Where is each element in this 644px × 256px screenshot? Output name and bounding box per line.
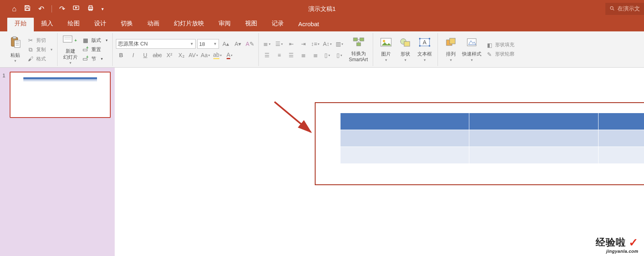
shape-outline-label: 形状轮廓	[495, 51, 514, 58]
increase-indent-icon[interactable]: ⇥	[298, 39, 309, 49]
textbox-button[interactable]: A 文本框 ▼	[415, 36, 434, 62]
title-bar: ⌂ ↶ ↷ ▾ 演示文稿1 在演示文	[0, 0, 644, 18]
redo-icon[interactable]: ↷	[59, 4, 65, 13]
copy-button[interactable]: ⧉复制▼	[27, 46, 54, 54]
tab-design[interactable]: 设计	[87, 17, 114, 31]
tab-review[interactable]: 审阅	[211, 17, 238, 31]
align-text-icon[interactable]: ▯▼	[322, 50, 333, 60]
paste-button[interactable]: 粘贴 ▼	[6, 35, 25, 64]
layout-button[interactable]: ▦版式▼	[82, 37, 109, 44]
inserted-table[interactable]	[340, 113, 644, 164]
subscript-icon[interactable]: X₂	[176, 50, 187, 60]
svg-rect-17	[360, 38, 364, 41]
decrease-font-icon[interactable]: A▾	[233, 39, 243, 49]
tab-view[interactable]: 视图	[238, 17, 264, 31]
tab-insert[interactable]: 插入	[34, 17, 60, 31]
chevron-down-icon: ▼	[50, 48, 53, 52]
table-row[interactable]	[341, 113, 644, 130]
styles-label: 快速样式	[462, 51, 481, 57]
brush-icon: 🖌	[27, 56, 34, 62]
numbering-icon[interactable]: ☰▼	[274, 39, 285, 49]
pen-icon: ✎	[486, 51, 493, 58]
tab-animations[interactable]: 动画	[140, 17, 167, 31]
save-icon[interactable]	[24, 4, 31, 14]
arrange-label: 排列	[446, 51, 456, 57]
print-icon[interactable]	[87, 4, 94, 14]
picture-label: 图片	[381, 51, 391, 57]
justify-icon[interactable]: ≣	[298, 50, 309, 60]
arrange-button[interactable]: 排列 ▼	[441, 36, 460, 62]
shapes-button[interactable]: 形状 ▼	[396, 36, 415, 62]
character-spacing-icon[interactable]: AV▼	[188, 50, 199, 60]
start-from-beginning-icon[interactable]	[72, 4, 80, 14]
superscript-icon[interactable]: X²	[164, 50, 175, 60]
align-center-icon[interactable]: ≡	[274, 50, 285, 60]
italic-icon[interactable]: I	[128, 50, 138, 60]
tab-home[interactable]: 开始	[7, 17, 34, 31]
cut-button[interactable]: ✂剪切	[27, 37, 54, 44]
format-painter-button[interactable]: 🖌格式	[27, 55, 54, 63]
svg-rect-18	[357, 43, 361, 46]
distributed-icon[interactable]: ≣	[310, 50, 321, 60]
highlight-icon[interactable]: ab▼	[213, 50, 223, 60]
shapes-icon	[399, 37, 411, 50]
line-spacing-icon[interactable]: ↕≡▼	[310, 39, 321, 49]
checkmark-icon: ✓	[629, 236, 638, 249]
text-align-vertical-icon[interactable]: ▯▼	[334, 50, 345, 60]
bold-icon[interactable]: B	[116, 50, 126, 60]
svg-rect-4	[89, 6, 92, 7]
picture-icon	[380, 37, 392, 50]
table-row[interactable]	[341, 130, 644, 147]
convert-smartart-button[interactable]: 转换为 SmartArt	[347, 36, 369, 63]
clear-format-icon[interactable]: A✎	[245, 39, 255, 49]
strikethrough-icon[interactable]: abc	[152, 50, 163, 60]
underline-icon[interactable]: U	[140, 50, 151, 60]
align-right-icon[interactable]: ☰	[286, 50, 297, 60]
svg-point-28	[429, 45, 430, 47]
undo-icon[interactable]: ↶	[38, 4, 44, 13]
section-button[interactable]: ▭节▼	[82, 55, 109, 63]
svg-rect-1	[26, 8, 29, 10]
quick-styles-button[interactable]: 快速样式 ▼	[460, 36, 483, 62]
reset-button[interactable]: ▭重置	[82, 46, 109, 54]
font-color-icon[interactable]: A▼	[225, 50, 235, 60]
chevron-down-icon: ▼	[423, 58, 426, 62]
thumbnail-content	[23, 77, 97, 81]
svg-rect-0	[26, 6, 28, 7]
change-case-icon[interactable]: Aa▼	[200, 50, 211, 60]
layout-icon: ▦	[83, 37, 89, 43]
align-left-icon[interactable]: ☰	[262, 50, 272, 60]
columns-icon[interactable]: ▥▼	[334, 39, 345, 49]
tab-slideshow[interactable]: 幻灯片放映	[167, 17, 211, 31]
watermark: 经验啦 ✓ jingyanla.com	[596, 235, 638, 254]
chevron-down-icon: ▼	[213, 42, 217, 46]
slide-canvas[interactable]: 经验啦 ✓ jingyanla.com	[115, 68, 644, 256]
cut-label: 剪切	[36, 37, 46, 44]
tab-acrobat[interactable]: Acrobat	[291, 17, 326, 31]
shape-outline-button[interactable]: ✎形状轮廓	[485, 50, 515, 58]
tab-draw[interactable]: 绘图	[60, 17, 87, 31]
increase-font-icon[interactable]: A▴	[221, 39, 231, 49]
font-size-value: 18	[199, 41, 205, 47]
tab-transitions[interactable]: 切换	[114, 17, 140, 31]
slide-thumbnail-panel[interactable]: 1	[0, 68, 115, 256]
shape-fill-button[interactable]: ◧形状填充	[485, 41, 515, 49]
tab-record[interactable]: 记录	[264, 17, 291, 31]
table-row[interactable]	[341, 147, 644, 164]
chevron-down-icon: ▼	[404, 58, 407, 62]
slide-thumbnail-1[interactable]	[10, 72, 111, 118]
decrease-indent-icon[interactable]: ⇤	[286, 39, 297, 49]
new-slide-button[interactable]: 新建 幻灯片 ▼	[61, 33, 80, 66]
svg-point-26	[429, 38, 430, 39]
watermark-url: jingyanla.com	[596, 249, 638, 254]
search-box[interactable]: 在演示文	[605, 3, 644, 15]
svg-rect-22	[404, 41, 410, 46]
customize-qat-icon[interactable]: ▾	[101, 6, 104, 12]
bullets-icon[interactable]: ≣▼	[262, 39, 272, 49]
home-icon[interactable]: ⌂	[12, 5, 17, 13]
font-family-combobox[interactable]: 思源黑体 CN▼	[116, 39, 196, 49]
picture-button[interactable]: 图片 ▼	[376, 36, 396, 62]
font-size-combobox[interactable]: 18▼	[197, 39, 219, 49]
search-placeholder: 在演示文	[617, 5, 640, 12]
text-direction-icon[interactable]: A↕▼	[322, 39, 333, 49]
